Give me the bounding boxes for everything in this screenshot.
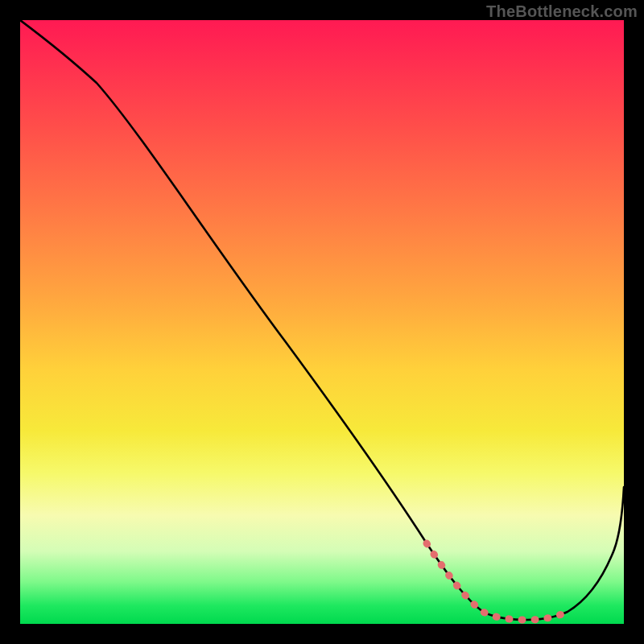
flat-segment-dots xyxy=(427,543,568,620)
plot-area xyxy=(20,20,624,624)
bottleneck-curve xyxy=(20,20,624,620)
attribution-label: TheBottleneck.com xyxy=(486,2,638,21)
chart-stage: TheBottleneck.com xyxy=(0,0,644,644)
curve-layer xyxy=(20,20,624,624)
